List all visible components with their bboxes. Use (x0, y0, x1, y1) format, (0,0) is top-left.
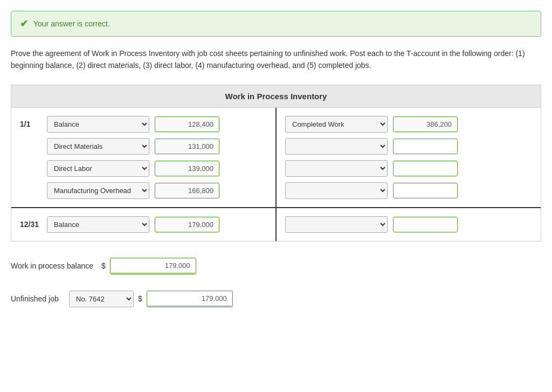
date-12-31: 12/31 (20, 220, 42, 229)
date-1-1: 1/1 (20, 120, 42, 128)
left-row-4: Balance Direct Materials Direct Labor Ma… (20, 180, 267, 202)
left-value-4[interactable] (155, 183, 219, 198)
job-number-select[interactable]: No. 7642 (69, 291, 134, 307)
unfinished-job-label: Unfinished job (11, 294, 65, 303)
right-value-1[interactable] (393, 116, 458, 132)
t-account-table: Work in Process Inventory 1/1 Balance Di… (11, 85, 541, 242)
work-in-process-label: Work in process balance (11, 262, 97, 270)
success-banner: ✔ Your answer is correct. (11, 11, 541, 37)
right-value-2[interactable] (393, 139, 458, 154)
left-row-3: Balance Direct Materials Direct Labor Ma… (20, 157, 267, 180)
bottom-right-row: Completed Work (285, 214, 532, 236)
left-select-3[interactable]: Balance Direct Materials Direct Labor Ma… (47, 160, 149, 177)
right-value-3[interactable] (393, 161, 458, 176)
right-row-4: Completed Work (285, 180, 532, 202)
right-value-4[interactable] (393, 183, 458, 198)
right-select-2[interactable]: Completed Work (285, 138, 388, 155)
work-in-process-row: Work in process balance $ (11, 258, 541, 274)
work-in-process-input[interactable] (110, 258, 196, 274)
right-select-4[interactable]: Completed Work (285, 182, 388, 199)
bottom-right-value[interactable] (393, 217, 458, 232)
right-select-3[interactable]: Completed Work (285, 160, 388, 177)
left-row-1: 1/1 Balance Direct Materials Direct Labo… (20, 113, 267, 135)
left-value-2[interactable] (155, 139, 219, 154)
left-value-1[interactable] (155, 116, 219, 132)
t-account-title: Work in Process Inventory (11, 85, 541, 108)
bottom-left-select[interactable]: Balance Direct Materials Direct Labor Ma… (47, 216, 149, 233)
unfinished-job-row: Unfinished job No. 7642 $ (11, 291, 541, 307)
check-icon: ✔ (20, 18, 28, 30)
left-select-4[interactable]: Balance Direct Materials Direct Labor Ma… (47, 182, 149, 199)
dollar-sign-2: $ (138, 294, 142, 303)
instructions-text: Prove the agreement of Work in Process I… (11, 47, 541, 72)
left-select-2[interactable]: Balance Direct Materials Direct Labor Ma… (47, 138, 149, 155)
right-row-2: Completed Work (285, 135, 532, 157)
bottom-left-value[interactable] (155, 217, 219, 232)
left-select-1[interactable]: Balance Direct Materials Direct Labor Ma… (47, 116, 149, 133)
right-row-3: Completed Work (285, 157, 532, 180)
left-row-2: Balance Direct Materials Direct Labor Ma… (20, 135, 267, 157)
left-value-3[interactable] (155, 161, 219, 176)
dollar-sign-1: $ (101, 262, 106, 270)
right-select-1[interactable]: Completed Work (285, 116, 388, 133)
right-row-1: Completed Work (285, 113, 532, 135)
unfinished-job-input[interactable] (147, 291, 233, 307)
bottom-left-row: 12/31 Balance Direct Materials Direct La… (20, 214, 267, 236)
success-message: Your answer is correct. (33, 19, 110, 28)
bottom-right-select[interactable]: Completed Work (285, 216, 388, 233)
